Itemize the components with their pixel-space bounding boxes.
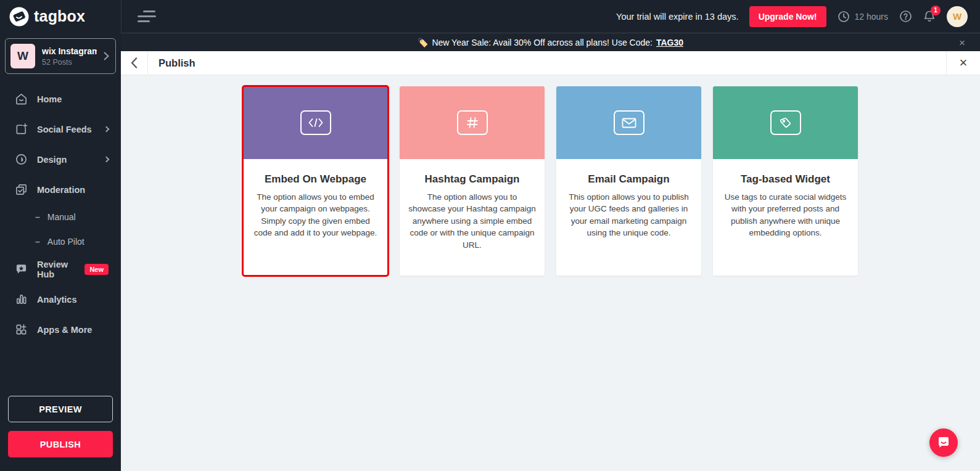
card-description: Use tags to curate social widgets with y… — [713, 191, 858, 239]
panel-close-icon[interactable]: × — [946, 51, 980, 75]
chevron-right-icon — [104, 52, 109, 60]
account-posts-count: 52 Posts — [42, 58, 97, 67]
usage-hours-label: 12 hours — [855, 12, 888, 22]
sidebar-item-label: Manual — [47, 212, 76, 222]
publish-options-content: Embed On Webpage The option allows you t… — [121, 75, 980, 471]
upgrade-now-button[interactable]: Upgrade Now! — [749, 6, 826, 27]
card-hashtag-campaign[interactable]: Hashtag Campaign The option allows you t… — [400, 86, 545, 276]
chat-widget-button[interactable] — [929, 428, 958, 457]
moderation-icon — [15, 183, 28, 196]
card-title: Tag-based Widget — [713, 173, 858, 186]
card-description: The option allows you to showcase your H… — [400, 191, 545, 251]
home-icon — [15, 92, 28, 105]
sidebar-item-label: Auto Pilot — [47, 237, 84, 247]
tag-icon — [770, 110, 801, 135]
brand-logo[interactable]: tagbox — [0, 0, 121, 33]
sidebar-item-social-feeds[interactable]: Social Feeds — [0, 114, 121, 144]
sidebar-item-design[interactable]: Design — [0, 144, 121, 174]
dash-bullet: – — [35, 237, 40, 247]
sidebar-item-label: Social Feeds — [37, 125, 92, 134]
card-title: Embed On Webpage — [243, 173, 388, 186]
sidebar-item-manual[interactable]: – Manual — [0, 205, 121, 229]
card-description: This option allows you to publish your U… — [556, 191, 701, 239]
topbar: Your trial will expire in 13 days. Upgra… — [121, 0, 980, 33]
apps-grid-icon — [15, 323, 28, 336]
usage-timer: 12 hours — [837, 10, 888, 23]
social-feeds-icon — [15, 123, 28, 136]
menu-toggle-icon[interactable] — [138, 10, 156, 22]
preview-button[interactable]: PREVIEW — [8, 396, 113, 422]
card-header — [556, 86, 701, 159]
banner-close-icon[interactable]: × — [959, 37, 965, 47]
sidebar-item-moderation[interactable]: Moderation — [0, 174, 121, 205]
account-name: wix Instagram ... — [42, 46, 97, 56]
publish-button[interactable]: PUBLISH — [8, 431, 113, 457]
trial-expiry-text: Your trial will expire in 13 days. — [616, 12, 739, 22]
card-title: Hashtag Campaign — [400, 173, 545, 186]
new-badge: New — [84, 264, 109, 275]
card-description: The option allows you to embed your camp… — [243, 191, 388, 239]
promo-code-link[interactable]: TAG30 — [656, 38, 683, 47]
page-title: Publish — [159, 57, 196, 69]
card-header — [243, 86, 388, 159]
account-avatar: W — [10, 44, 35, 68]
dash-bullet: – — [35, 212, 40, 222]
notifications-bell-icon[interactable]: 1 — [923, 10, 936, 23]
chat-bubble-icon — [936, 435, 951, 450]
tagbox-logo-icon — [9, 6, 30, 27]
sidebar-item-label: Apps & More — [37, 325, 92, 335]
help-icon[interactable] — [899, 10, 912, 23]
user-avatar[interactable]: W — [947, 6, 968, 27]
sidebar: tagbox W wix Instagram ... 52 Posts Home… — [0, 0, 121, 471]
chevron-right-icon — [104, 157, 110, 163]
sidebar-item-review-hub[interactable]: Review Hub New — [0, 254, 121, 284]
clock-icon — [837, 10, 850, 23]
card-title: Email Campaign — [556, 173, 701, 186]
chevron-right-icon — [104, 126, 110, 133]
publish-options-row: Embed On Webpage The option allows you t… — [121, 75, 980, 276]
publish-panel-header: Publish × — [121, 51, 980, 75]
card-header — [713, 86, 858, 159]
back-button[interactable] — [121, 51, 148, 75]
sidebar-item-apps-more[interactable]: Apps & More — [0, 314, 121, 345]
sidebar-item-analytics[interactable]: Analytics — [0, 284, 121, 314]
card-tag-based-widget[interactable]: Tag-based Widget Use tags to curate soci… — [713, 86, 858, 276]
sidebar-nav: Home Social Feeds Design Moderation – Ma… — [0, 84, 121, 345]
sidebar-item-label: Review Hub — [37, 260, 69, 279]
sidebar-item-home[interactable]: Home — [0, 84, 121, 114]
sale-tag-icon: 🏷️ — [418, 38, 428, 47]
brand-wordmark: tagbox — [34, 7, 85, 25]
back-chevron-icon — [131, 57, 138, 68]
sidebar-item-auto-pilot[interactable]: – Auto Pilot — [0, 229, 121, 254]
sidebar-item-label: Design — [37, 155, 67, 165]
account-selector[interactable]: W wix Instagram ... 52 Posts — [5, 38, 116, 74]
design-drop-icon — [15, 153, 28, 166]
promo-banner: 🏷️ New Year Sale: Avail 30% Off across a… — [121, 33, 980, 51]
card-embed-on-webpage[interactable]: Embed On Webpage The option allows you t… — [243, 86, 388, 276]
sidebar-item-label: Analytics — [37, 295, 76, 305]
code-embed-icon — [300, 110, 331, 135]
envelope-icon — [614, 110, 644, 135]
notification-count-badge: 1 — [931, 6, 941, 15]
sidebar-item-label: Moderation — [37, 185, 85, 195]
hashtag-icon — [457, 110, 488, 135]
review-hub-icon — [15, 263, 28, 276]
promo-text: New Year Sale: Avail 30% Off across all … — [432, 38, 652, 47]
card-email-campaign[interactable]: Email Campaign This option allows you to… — [556, 86, 701, 276]
analytics-bars-icon — [15, 293, 28, 306]
card-header — [400, 86, 545, 159]
sidebar-item-label: Home — [37, 94, 62, 104]
